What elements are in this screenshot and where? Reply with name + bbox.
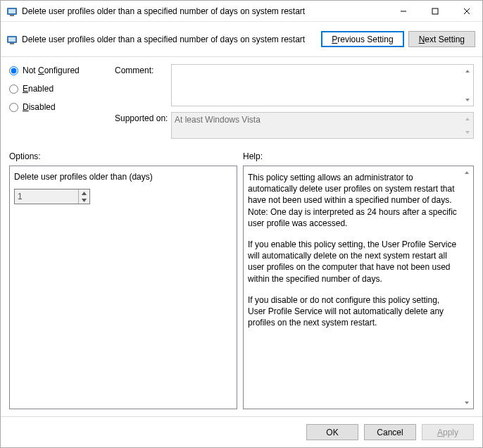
- svg-rect-2: [10, 15, 14, 16]
- scroll-down-icon[interactable]: [461, 94, 473, 106]
- state-radios: Not Configured Enabled Disabled: [9, 64, 115, 139]
- policy-icon: [6, 6, 18, 17]
- help-p2: If you enable this policy setting, the U…: [248, 239, 459, 285]
- apply-button: Apply: [422, 424, 474, 440]
- help-text: This policy setting allows an administra…: [248, 172, 459, 328]
- cancel-button[interactable]: Cancel: [364, 424, 416, 440]
- spinner-up-icon[interactable]: [79, 189, 89, 197]
- comment-field[interactable]: [171, 64, 474, 106]
- svg-rect-4: [432, 8, 438, 14]
- help-p3: If you disable or do not configure this …: [248, 294, 459, 329]
- svg-rect-8: [8, 37, 15, 42]
- maximize-button[interactable]: [419, 1, 451, 21]
- scroll-down-icon: [461, 126, 473, 138]
- ok-button[interactable]: OK: [306, 424, 358, 440]
- scroll-up-icon[interactable]: [460, 166, 472, 178]
- options-section-label: Options:: [9, 151, 243, 161]
- spinner-down-icon[interactable]: [79, 197, 89, 204]
- help-p1: This policy setting allows an administra…: [248, 172, 459, 229]
- comment-label: Comment:: [115, 64, 171, 106]
- days-value[interactable]: 1: [15, 192, 78, 201]
- days-option-label: Delete user profiles older than (days): [14, 172, 232, 182]
- radio-not-configured[interactable]: Not Configured: [9, 66, 115, 75]
- svg-rect-9: [10, 43, 14, 44]
- policy-icon: [6, 34, 18, 45]
- close-button[interactable]: [451, 1, 482, 21]
- spinner-arrows: [78, 189, 89, 204]
- radio-disabled[interactable]: Disabled: [9, 102, 115, 112]
- options-pane: Delete user profiles older than (days) 1: [9, 166, 237, 409]
- header-bar: Delete user profiles older than a specif…: [1, 22, 482, 57]
- help-section-label: Help:: [243, 151, 263, 161]
- footer: OK Cancel Apply: [1, 416, 482, 447]
- scroll-up-icon: [461, 113, 473, 125]
- previous-setting-button[interactable]: Previous Setting: [321, 31, 403, 47]
- header-title: Delete user profiles older than a specif…: [22, 35, 317, 44]
- radio-not-configured-input[interactable]: [9, 66, 18, 75]
- days-spinner[interactable]: 1: [14, 189, 90, 204]
- supported-label: Supported on:: [115, 112, 171, 139]
- radio-enabled-input[interactable]: [9, 85, 18, 94]
- svg-rect-1: [8, 9, 15, 13]
- titlebar: Delete user profiles older than a specif…: [1, 1, 482, 22]
- help-pane: This policy setting allows an administra…: [243, 166, 474, 409]
- radio-disabled-input[interactable]: [9, 103, 18, 112]
- dialog-body: Not Configured Enabled Disabled Comment:: [1, 57, 482, 416]
- scroll-up-icon[interactable]: [461, 65, 473, 77]
- scroll-down-icon[interactable]: [460, 397, 472, 409]
- supported-field: At least Windows Vista: [171, 112, 474, 139]
- window-controls: [387, 1, 482, 21]
- dialog-window: Delete user profiles older than a specif…: [0, 0, 483, 448]
- window-title: Delete user profiles older than a specif…: [22, 6, 387, 16]
- radio-enabled[interactable]: Enabled: [9, 84, 115, 94]
- supported-value: At least Windows Vista: [175, 115, 261, 125]
- minimize-button[interactable]: [387, 1, 419, 21]
- next-setting-button[interactable]: Next Setting: [408, 31, 475, 47]
